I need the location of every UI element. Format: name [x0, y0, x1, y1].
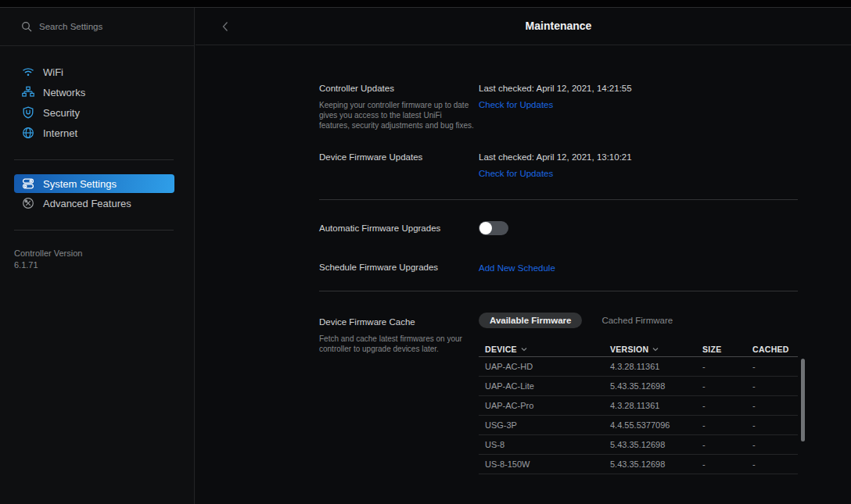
device-firmware-last-checked: Last checked: April 12, 2021, 13:10:21	[479, 152, 798, 162]
sidebar-item-label: Internet	[43, 127, 77, 139]
sidebar-item-label: Security	[43, 107, 80, 119]
device-cell: UAP-AC-Lite	[485, 381, 610, 391]
firmware-table-row[interactable]: US-8-150W 5.43.35.12698 - -	[479, 455, 798, 474]
cached-cell: -	[752, 381, 798, 391]
table-scrollbar[interactable]	[801, 359, 805, 441]
sidebar-item-advanced-features[interactable]: Advanced Features	[0, 193, 194, 213]
device-firmware-updates-label: Device Firmware Updates	[319, 152, 474, 162]
firmware-tabs: Available Firmware Cached Firmware	[479, 312, 798, 328]
search-input[interactable]: Search Settings	[0, 8, 194, 46]
firmware-table: DEVICE VERSION SIZE	[479, 341, 798, 474]
version-cell: 4.3.28.11361	[610, 401, 702, 410]
cached-cell: -	[752, 420, 798, 430]
schedule-firmware-upgrades-section: Schedule Firmware Upgrades Add New Sched…	[319, 260, 798, 274]
sidebar-item-label: WiFi	[43, 66, 63, 78]
add-new-schedule-link[interactable]: Add New Schedule	[479, 263, 555, 273]
cached-cell: -	[752, 401, 798, 410]
device-firmware-cache-label: Device Firmware Cache	[319, 312, 474, 327]
column-header-device[interactable]: DEVICE	[485, 345, 610, 354]
size-cell: -	[702, 401, 752, 410]
sidebar-item-system-settings[interactable]: System Settings	[14, 174, 174, 193]
unifi-settings-window: Search Settings WiFi	[0, 0, 851, 504]
device-cell: UAP-AC-HD	[485, 362, 610, 371]
top-strip	[0, 0, 851, 8]
cached-cell: -	[752, 362, 798, 371]
column-header-version[interactable]: VERSION	[610, 345, 702, 354]
controller-version-value: 6.1.71	[14, 259, 194, 271]
check-for-updates-link[interactable]: Check for Updates	[479, 100, 553, 109]
automatic-firmware-upgrades-label: Automatic Firmware Upgrades	[319, 223, 474, 233]
controller-updates-description: Keeping your controller firmware up to d…	[319, 100, 474, 130]
controller-updates-last-checked: Last checked: April 12, 2021, 14:21:55	[479, 84, 798, 93]
sidebar-item-label: System Settings	[43, 178, 117, 190]
controller-updates-section: Controller Updates Keeping your controll…	[319, 84, 798, 130]
maintenance-panel: Maintenance Controller Updates Keeping y…	[196, 8, 851, 504]
cached-cell: -	[752, 440, 798, 449]
device-cell: UAP-AC-Pro	[485, 401, 610, 410]
version-cell: 5.43.35.12698	[610, 459, 702, 469]
device-firmware-cache-description: Fetch and cache latest firmwares on your…	[319, 334, 474, 354]
sidebar-item-label: Advanced Features	[43, 198, 131, 209]
firmware-table-body: UAP-AC-HD 4.3.28.11361 - - UAP-AC-Lite 5…	[479, 357, 798, 474]
column-header-size: SIZE	[702, 345, 752, 354]
wifi-icon	[22, 66, 34, 78]
tab-available-firmware[interactable]: Available Firmware	[479, 313, 582, 328]
chevron-down-icon	[652, 347, 659, 352]
sidebar-item-label: Networks	[43, 87, 85, 98]
size-cell: -	[702, 459, 752, 469]
column-header-cached: CACHED	[752, 345, 798, 354]
security-shield-icon	[22, 106, 34, 119]
settings-sidebar: Search Settings WiFi	[0, 8, 195, 504]
toggle-knob	[479, 222, 492, 234]
advanced-features-icon	[22, 197, 34, 209]
cached-cell: -	[752, 459, 798, 469]
sidebar-divider	[14, 230, 174, 231]
section-divider	[319, 199, 798, 200]
sidebar-item-security[interactable]: Security	[0, 102, 194, 123]
version-cell: 5.43.35.12698	[610, 440, 702, 449]
sidebar-item-wifi[interactable]: WiFi	[0, 62, 194, 82]
size-cell: -	[702, 381, 752, 391]
device-cell: US-8-150W	[485, 459, 610, 469]
firmware-table-row[interactable]: US-8 5.43.35.12698 - -	[479, 435, 798, 455]
internet-globe-icon	[22, 127, 34, 139]
chevron-left-icon	[219, 20, 233, 34]
schedule-firmware-upgrades-label: Schedule Firmware Upgrades	[319, 263, 474, 272]
firmware-table-header: DEVICE VERSION SIZE	[479, 341, 798, 357]
firmware-table-row[interactable]: UAP-AC-HD 4.3.28.11361 - -	[479, 357, 798, 377]
firmware-table-row[interactable]: UAP-AC-Pro 4.3.28.11361 - -	[479, 396, 798, 416]
version-cell: 4.4.55.5377096	[610, 420, 702, 430]
tab-cached-firmware[interactable]: Cached Firmware	[601, 316, 673, 325]
back-button[interactable]	[219, 20, 233, 34]
section-divider	[319, 291, 798, 291]
check-for-updates-link[interactable]: Check for Updates	[479, 169, 553, 178]
version-cell: 4.3.28.11361	[610, 362, 702, 371]
size-cell: -	[702, 420, 752, 430]
networks-icon	[22, 86, 34, 98]
size-cell: -	[702, 440, 752, 449]
size-cell: -	[702, 362, 752, 371]
device-firmware-updates-section: Device Firmware Updates Last checked: Ap…	[319, 152, 798, 180]
sidebar-nav-secondary: System Settings Advanced Features	[0, 174, 194, 213]
sidebar-divider	[14, 159, 174, 160]
maintenance-content: Controller Updates Keeping your controll…	[196, 45, 851, 504]
automatic-firmware-upgrades-toggle[interactable]	[479, 221, 508, 235]
device-firmware-cache-section: Device Firmware Cache Fetch and cache la…	[319, 312, 798, 474]
controller-version-block: Controller Version 6.1.71	[14, 248, 194, 271]
automatic-firmware-upgrades-section: Automatic Firmware Upgrades	[319, 221, 798, 235]
sidebar-nav-primary: WiFi Networks	[0, 62, 194, 143]
panel-header: Maintenance	[196, 8, 851, 45]
firmware-table-row[interactable]: USG-3P 4.4.55.5377096 - -	[479, 416, 798, 435]
controller-version-label: Controller Version	[14, 248, 194, 259]
chevron-down-icon	[521, 347, 527, 352]
sidebar-item-networks[interactable]: Networks	[0, 82, 194, 102]
system-settings-icon	[22, 177, 34, 190]
device-cell: USG-3P	[485, 420, 610, 430]
controller-updates-label: Controller Updates	[319, 84, 474, 93]
firmware-table-row[interactable]: UAP-AC-Lite 5.43.35.12698 - -	[479, 377, 798, 396]
version-cell: 5.43.35.12698	[610, 381, 702, 391]
search-icon	[21, 21, 32, 32]
search-placeholder: Search Settings	[39, 22, 102, 31]
page-title: Maintenance	[526, 20, 592, 32]
sidebar-item-internet[interactable]: Internet	[0, 123, 194, 143]
